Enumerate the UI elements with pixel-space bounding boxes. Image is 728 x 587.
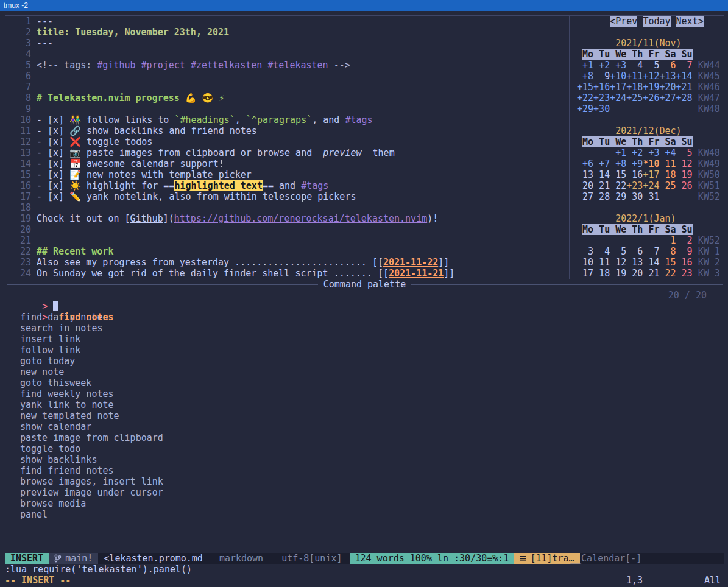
calendar-day-with-note[interactable]: +22 — [577, 93, 593, 104]
calendar-day-with-note[interactable]: +2 — [626, 147, 643, 158]
calendar-day[interactable]: 20 — [626, 268, 643, 279]
palette-item[interactable]: follow link — [5, 345, 724, 356]
calendar-day[interactable]: 3 — [577, 246, 593, 257]
calendar-day[interactable]: 21 — [643, 268, 659, 279]
calendar-day-with-note[interactable]: +1 — [610, 147, 626, 158]
calendar-day[interactable]: 12 — [610, 257, 626, 268]
palette-item[interactable]: browse images, insert link — [5, 476, 724, 487]
calendar-day-with-note[interactable]: +26 — [643, 93, 659, 104]
tag-tags[interactable]: #tags — [301, 180, 328, 191]
calendar-day[interactable]: 11 — [593, 257, 610, 268]
calendar-day-saturday[interactable]: 25 — [659, 180, 676, 191]
calendar-day-with-note[interactable]: +24 — [610, 93, 626, 104]
palette-item[interactable]: yank link to note — [5, 399, 724, 410]
calendar-day-with-note[interactable]: +4 — [659, 147, 676, 158]
calendar-day[interactable]: 29 — [610, 191, 626, 202]
wikilink-2021-11-22[interactable]: 2021-11-22 — [383, 257, 438, 268]
calendar-day-sunday[interactable]: 19 — [676, 169, 693, 180]
palette-item[interactable]: goto thisweek — [5, 378, 724, 388]
tag-tags[interactable]: #tags — [345, 114, 372, 125]
calendar-day-saturday[interactable]: 1 — [659, 235, 676, 246]
tag-github[interactable]: #github — [97, 60, 135, 71]
calendar-day[interactable]: 7 — [643, 246, 659, 257]
calendar-day-sunday[interactable]: 12 — [676, 158, 693, 169]
calendar-day-with-note[interactable]: +6 — [577, 158, 593, 169]
calendar-day[interactable]: 15 — [610, 169, 626, 180]
calendar-day[interactable]: 22 — [610, 180, 626, 191]
calendar-day[interactable]: 21 — [593, 180, 610, 191]
calendar-day[interactable]: 16 — [626, 169, 643, 180]
palette-item[interactable]: new templated note — [5, 410, 724, 421]
calendar-day[interactable]: 27 — [577, 191, 593, 202]
calendar-day-saturday[interactable]: 18 — [659, 169, 676, 180]
calendar-day-with-note[interactable]: +17 — [610, 82, 626, 93]
calendar-day-sunday[interactable]: 7 — [676, 60, 693, 71]
calendar-day[interactable]: 28 — [593, 191, 610, 202]
prev-button[interactable]: <Prev — [610, 16, 637, 27]
calendar-day[interactable]: 4 — [626, 60, 643, 71]
calendar-day-sunday[interactable]: 5 — [676, 147, 693, 158]
palette-item[interactable]: show calendar — [5, 421, 724, 432]
calendar-day-with-note[interactable]: +28 — [676, 93, 693, 104]
calendar-day-with-note[interactable]: +13 — [659, 71, 676, 82]
calendar-day-saturday[interactable]: 22 — [659, 268, 676, 279]
calendar-day-with-note[interactable]: +14 — [676, 71, 693, 82]
palette-item[interactable]: panel — [5, 509, 724, 520]
calendar-day-with-note[interactable]: +17 — [643, 169, 659, 180]
calendar-day[interactable]: 18 — [593, 268, 610, 279]
github-url[interactable]: https://github.com/renerocksai/telekaste… — [174, 213, 427, 224]
palette-item[interactable]: paste image from clipboard — [5, 432, 724, 443]
calendar-day-with-note[interactable]: +3 — [643, 147, 659, 158]
calendar-day-with-note[interactable]: +7 — [593, 158, 610, 169]
calendar-day-saturday[interactable]: 11 — [659, 158, 676, 169]
calendar-day-with-note[interactable]: +29 — [577, 104, 593, 114]
calendar-day-sunday[interactable]: 23 — [676, 268, 693, 279]
palette-item[interactable]: goto today — [5, 356, 724, 367]
calendar-day-saturday[interactable]: 15 — [659, 257, 676, 268]
calendar-day-with-note[interactable]: +2 — [593, 60, 610, 71]
calendar-day[interactable]: 4 — [593, 246, 610, 257]
calendar-day-with-note[interactable]: +23 — [626, 180, 643, 191]
palette-item[interactable]: preview image under cursor — [5, 487, 724, 498]
calendar-day[interactable]: 17 — [577, 268, 593, 279]
calendar-day[interactable]: 20 — [577, 180, 593, 191]
palette-item[interactable]: insert link — [5, 334, 724, 345]
calendar-day-with-note[interactable]: +27 — [659, 93, 676, 104]
calendar-day-with-note[interactable]: +10 — [610, 71, 626, 82]
palette-item[interactable]: show backlinks — [5, 454, 724, 465]
palette-item[interactable]: find friend notes — [5, 465, 724, 476]
calendar-day-sunday[interactable]: 26 — [676, 180, 693, 191]
calendar-day[interactable]: 30 — [626, 191, 643, 202]
calendar-day-with-note[interactable]: +25 — [626, 93, 643, 104]
calendar-day-with-note[interactable]: +19 — [643, 82, 659, 93]
calendar-day-with-note[interactable]: +30 — [593, 104, 610, 114]
palette-item[interactable]: find weekly notes — [5, 388, 724, 399]
calendar-day-with-note[interactable]: +9 — [626, 158, 643, 169]
palette-item-selected[interactable]: >find notes — [5, 301, 724, 312]
palette-item[interactable]: new note — [5, 367, 724, 378]
calendar-day-with-note[interactable]: +8 — [610, 158, 626, 169]
wikilink-2021-11-21[interactable]: 2021-11-21 — [389, 268, 444, 279]
calendar-day-sunday[interactable]: 2 — [676, 235, 693, 246]
calendar-day-saturday[interactable]: 6 — [659, 60, 676, 71]
next-button[interactable]: Next> — [676, 16, 704, 27]
calendar-day-sunday[interactable]: 16 — [676, 257, 693, 268]
calendar-day-with-note[interactable]: +8 — [577, 71, 593, 82]
calendar-day[interactable]: 31 — [643, 191, 659, 202]
calendar-day-sunday[interactable]: 9 — [676, 246, 693, 257]
calendar-day[interactable]: 6 — [626, 246, 643, 257]
calendar-day-with-note[interactable]: +12 — [643, 71, 659, 82]
calendar-day-with-note[interactable]: +24 — [643, 180, 659, 191]
calendar-day[interactable]: 5 — [643, 60, 659, 71]
calendar-day[interactable]: 5 — [610, 246, 626, 257]
palette-item[interactable]: search in notes — [5, 323, 724, 334]
tag-zettelkasten[interactable]: #zettelkasten — [191, 60, 262, 71]
calendar-day[interactable]: 13 — [577, 169, 593, 180]
calendar-day[interactable]: 14 — [593, 169, 610, 180]
calendar-day-with-note[interactable]: +11 — [626, 71, 643, 82]
tag-telekasten[interactable]: #telekasten — [267, 60, 328, 71]
calendar-day-today[interactable]: *10 — [643, 158, 659, 169]
palette-item[interactable]: browse media — [5, 498, 724, 509]
calendar-day-with-note[interactable]: +23 — [593, 93, 610, 104]
palette-item[interactable]: toggle todo — [5, 443, 724, 454]
